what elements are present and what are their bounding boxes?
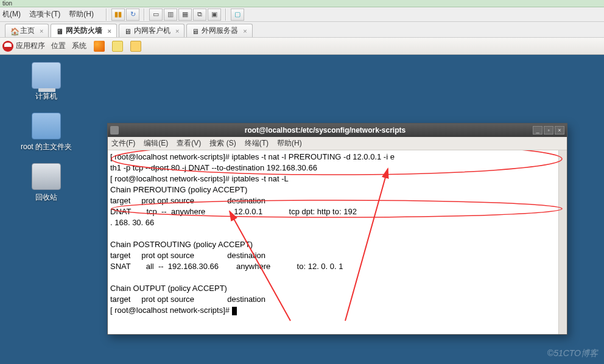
computer-icon [32,62,61,89]
fullscreen-button[interactable]: ▢ [231,9,244,21]
close-icon[interactable]: × [175,27,179,35]
terminal-menubar: 文件(F) 编辑(E) 查看(V) 搜索 (S) 终端(T) 帮助(H) [108,137,567,150]
close-button[interactable]: × [555,126,564,135]
tab-gateway-firewall[interactable]: 🖥 网关防火墙 × [51,24,116,37]
tab-home[interactable]: 🏠 主页 × [5,24,49,37]
tab-label: 网关防火墙 [66,26,102,36]
scrollbar[interactable] [558,150,567,334]
terminal-titlebar[interactable]: root@localhost:/etc/sysconfig/network-sc… [108,124,567,137]
home-icon: 🏠 [10,27,18,35]
tab-label: 外网服务器 [202,26,238,36]
guest-desktop: 应用程序 位置 系统 计算机 root 的主文件夹 回收站 root@local… [0,38,604,364]
panel-places[interactable]: 位置 [51,41,66,51]
vm-menubar: 机(M) 选项卡(T) 帮助(H) ▮▮ ↻ ▭ ▥ ▦ ⧉ ▣ ▢ [0,7,604,22]
close-icon[interactable]: × [107,27,111,35]
term-menu-view[interactable]: 查看(V) [177,138,201,149]
vm-icon: 🖥 [56,27,63,35]
desktop-icon-computer[interactable]: 计算机 [10,62,83,102]
gnome-panel: 应用程序 位置 系统 [0,38,604,55]
term-menu-file[interactable]: 文件(F) [111,138,135,149]
redhat-logo-icon[interactable] [2,41,13,52]
vm-titlebar: tion [0,0,604,7]
vm-icon: 🖥 [124,27,132,35]
view-button-2[interactable]: ▦ [178,9,192,21]
separator [225,9,226,21]
svg-line-3 [345,169,388,321]
panel-system[interactable]: 系统 [72,41,86,51]
snapshot-button[interactable]: ▭ [149,9,163,21]
maximize-button[interactable]: ▫ [544,126,553,135]
desktop-icons: 计算机 root 的主文件夹 回收站 [10,62,83,203]
vm-menu-tabs[interactable]: 选项卡(T) [29,9,60,19]
unity-button[interactable]: ▣ [208,9,221,21]
icon-label: 计算机 [35,91,57,102]
separator [144,9,145,21]
watermark: ©51CTO博客 [547,348,598,359]
vm-icon: 🖥 [192,27,199,35]
trash-icon [32,163,61,190]
term-menu-edit[interactable]: 编辑(E) [144,138,168,149]
panel-apps[interactable]: 应用程序 [16,41,45,51]
icon-label: root 的主文件夹 [21,142,72,152]
icon-label: 回收站 [35,192,57,203]
pause-button[interactable]: ▮▮ [111,9,125,21]
view-button-3[interactable]: ⧉ [193,9,206,21]
term-menu-help[interactable]: 帮助(H) [277,138,302,149]
terminal-body[interactable]: [ root@localhost network-scripts]# iptab… [108,150,567,334]
home-folder-icon [32,113,61,139]
vm-tab-strip: 🏠 主页 × 🖥 网关防火墙 × 🖥 内网客户机 × 🖥 外网服务器 × [0,22,604,38]
view-button-1[interactable]: ▥ [164,9,177,21]
close-icon[interactable]: × [40,27,43,35]
vm-menu-help[interactable]: 帮助(H) [69,9,94,19]
vm-menu-machine[interactable]: 机(M) [2,9,21,19]
terminal-window: root@localhost:/etc/sysconfig/network-sc… [107,123,567,335]
notes-icon[interactable] [112,41,123,52]
desktop-icon-trash[interactable]: 回收站 [10,163,83,203]
tab-label: 内网客户机 [134,26,170,36]
minimize-button[interactable]: _ [533,126,543,135]
tab-lan-client[interactable]: 🖥 内网客户机 × [119,24,184,37]
tab-label: 主页 [20,26,35,36]
separator [106,9,107,21]
term-menu-terminal[interactable]: 终端(T) [245,138,269,149]
cursor [232,307,237,315]
terminal-app-icon [110,126,119,135]
power-button[interactable]: ↻ [126,9,139,21]
term-menu-search[interactable]: 搜索 (S) [209,138,236,149]
close-icon[interactable]: × [243,27,247,35]
firefox-icon[interactable] [94,41,105,52]
terminal-title: root@localhost:/etc/sysconfig/network-sc… [119,126,532,135]
file-manager-icon[interactable] [130,41,141,52]
tab-wan-server[interactable]: 🖥 外网服务器 × [186,24,252,37]
annotation-text: 设置DNAT策略，将内网提供web的ip地址 转换成网关12.0.0.1 [256,321,423,334]
desktop-icon-home[interactable]: root 的主文件夹 [10,113,83,152]
